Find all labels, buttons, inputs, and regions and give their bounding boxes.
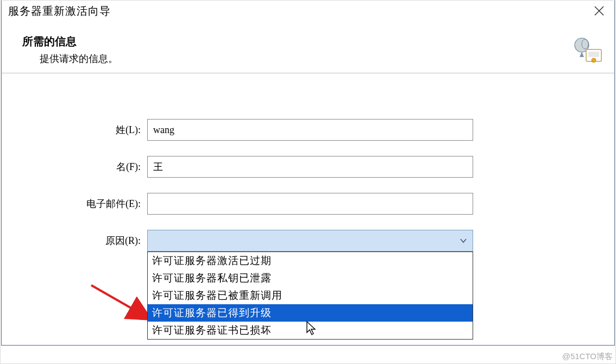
form-area: 姓(L): 名(F): 电子邮件(E): 原因(R): 许可证服务器激活已过期 [2,73,614,252]
email-label: 电子邮件(E): [34,197,147,210]
window-title: 服务器重新激活向导 [8,4,111,18]
last-name-label: 姓(L): [34,123,147,136]
last-name-input[interactable] [147,119,473,141]
reason-option-3[interactable]: 许可证服务器已得到升级 [148,304,473,322]
header-subtitle: 提供请求的信息。 [40,52,601,65]
svg-rect-5 [588,52,599,57]
reason-option-4[interactable]: 许可证服务器证书已损坏 [148,322,473,339]
reason-label: 原因(R): [34,234,147,247]
wizard-icon [573,35,604,65]
reason-dropdown-list[interactable]: 许可证服务器激活已过期 许可证服务器私钥已泄露 许可证服务器已被重新调用 许可证… [147,252,473,340]
reason-combobox[interactable]: 许可证服务器激活已过期 许可证服务器私钥已泄露 许可证服务器已被重新调用 许可证… [147,230,473,252]
chevron-down-icon [460,237,467,244]
header-title: 所需的信息 [22,34,601,49]
reason-option-1[interactable]: 许可证服务器私钥已泄露 [148,269,473,287]
row-last-name: 姓(L): [34,119,582,141]
row-first-name: 名(F): [34,156,582,178]
row-email: 电子邮件(E): [34,193,582,215]
first-name-label: 名(F): [34,160,147,173]
reason-combobox-display[interactable] [147,230,473,252]
close-icon [594,5,605,16]
reason-option-0[interactable]: 许可证服务器激活已过期 [148,252,473,269]
watermark: @51CTO博客 [562,352,613,362]
svg-line-7 [91,285,147,317]
close-button[interactable] [589,3,609,19]
email-input[interactable] [147,193,473,215]
reason-option-2[interactable]: 许可证服务器已被重新调用 [148,287,473,304]
header-block: 所需的信息 提供请求的信息。 [2,24,614,73]
first-name-input[interactable] [147,156,473,178]
wizard-window: 服务器重新激活向导 所需的信息 提供请求的信息。 姓(L): [1,0,615,346]
row-reason: 原因(R): 许可证服务器激活已过期 许可证服务器私钥已泄露 许可证服务器已被重… [34,230,582,252]
titlebar: 服务器重新激活向导 [2,0,614,24]
